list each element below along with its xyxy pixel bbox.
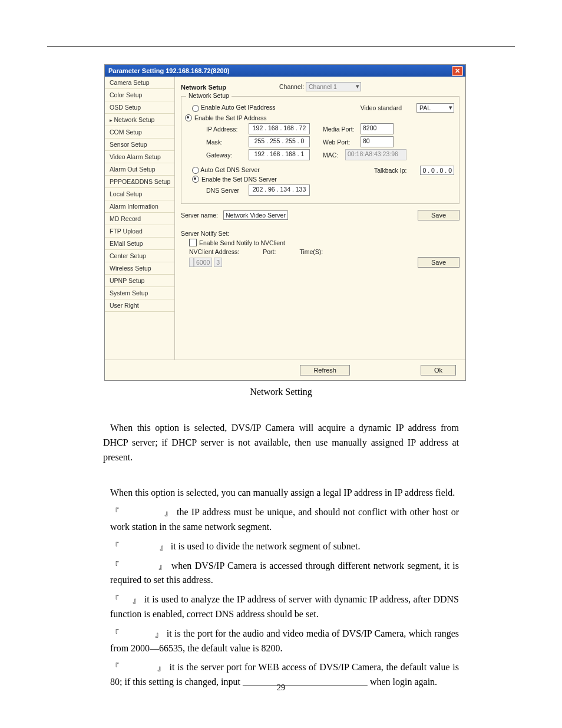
dns-label: DNS Server — [206, 187, 246, 194]
bottom-bar: Refresh Ok — [105, 360, 465, 380]
li-mask: 『 』 it is used to divide the network seg… — [110, 539, 459, 554]
save-server-name-button[interactable]: Save — [418, 210, 459, 220]
paragraph-dhcp: When this option is selected, DVS/IP Cam… — [103, 421, 459, 465]
main-pane: Network Setup Channel: Channel 1 Network… — [175, 77, 465, 360]
radio-set-ip[interactable] — [185, 114, 192, 121]
nvclient-port-input[interactable]: 6000 — [194, 258, 212, 267]
radio-set-dns-label: Enable the Set DNS Server — [201, 176, 277, 183]
enable-notify-label: Enable Send Notify to NVClient — [199, 239, 285, 246]
sidebar-item[interactable]: Camera Setup — [105, 77, 174, 89]
nvclient-times-label: Time(S): — [299, 248, 323, 255]
sidebar-item[interactable]: OSD Setup — [105, 101, 174, 114]
li-gateway: 『 』 when DVS/IP Camera is accessed throu… — [110, 559, 459, 588]
window-title: Parameter Setting 192.168.168.72(8200) — [108, 67, 229, 74]
mac-value: 00:18:A8:43:23:96 — [345, 149, 406, 160]
sidebar-item[interactable]: Wireless Setup — [105, 262, 174, 275]
web-port-input[interactable]: 80 — [361, 136, 394, 147]
sidebar-item[interactable]: PPPOE&DDNS Setup — [105, 176, 174, 188]
top-rule — [47, 46, 515, 47]
server-name-label: Server name: — [181, 212, 218, 219]
sidebar-item[interactable]: MD Record — [105, 213, 174, 225]
sidebar-item[interactable]: User Right — [105, 299, 174, 312]
group-legend: Network Setup — [186, 92, 232, 99]
ok-button[interactable]: Ok — [421, 365, 456, 375]
mask-input[interactable]: 255 . 255 . 255 . 0 — [249, 136, 310, 147]
sidebar-item[interactable]: EMail Setup — [105, 238, 174, 250]
sidebar-item[interactable]: Local Setup — [105, 188, 174, 200]
nvclient-addr-input[interactable] — [189, 258, 194, 267]
gateway-input[interactable]: 192 . 168 . 168 . 1 — [249, 149, 310, 160]
media-port-input[interactable]: 8200 — [361, 123, 394, 134]
sidebar: Camera Setup Color Setup OSD Setup Netwo… — [105, 77, 175, 360]
dns-input[interactable]: 202 . 96 . 134 . 133 — [249, 185, 310, 196]
web-port-label: Web Port: — [323, 139, 358, 146]
refresh-button[interactable]: Refresh — [300, 365, 350, 375]
radio-set-ip-label: Enable the Set IP Address — [194, 114, 266, 121]
radio-auto-ip-label: Enable Auto Get IPaddress — [201, 104, 276, 111]
sidebar-item[interactable]: Alarm Information — [105, 200, 174, 213]
enable-notify-checkbox[interactable] — [189, 239, 197, 246]
radio-auto-ip[interactable] — [192, 105, 199, 112]
media-port-label: Media Port: — [323, 126, 358, 133]
video-std-label: Video standard — [361, 104, 402, 111]
sidebar-item[interactable]: COM Setup — [105, 126, 174, 139]
nvclient-port-label: Port: — [263, 248, 276, 255]
li-ip: 『 』 the IP address must be unique, and s… — [110, 505, 459, 535]
li-dns: 『 』 it is used to analyze the IP address… — [110, 592, 459, 622]
channel-label: Channel: — [279, 83, 304, 90]
sidebar-item-network[interactable]: Network Setup — [105, 114, 174, 126]
nvclient-addr-label: NVClient Address: — [189, 248, 239, 255]
server-name-input[interactable]: Network Video Server — [223, 210, 288, 220]
radio-auto-dns[interactable] — [192, 167, 199, 174]
network-setup-group: Network Setup Enable Auto Get IPaddress … — [181, 96, 459, 204]
nvclient-times-input[interactable]: 3 — [214, 258, 222, 267]
li-media-port: 『 』 it is the port for the audio and vid… — [110, 627, 459, 656]
gateway-label: Gateway: — [206, 151, 246, 159]
sidebar-item[interactable]: UPNP Setup — [105, 275, 174, 287]
parameter-settings-window: Parameter Setting 192.168.168.72(8200) ✕… — [104, 64, 466, 381]
mac-label: MAC: — [323, 151, 343, 159]
page-title: Network Setup — [181, 84, 226, 91]
save-notify-button[interactable]: Save — [418, 257, 459, 268]
sidebar-item[interactable]: Alarm Out Setup — [105, 163, 174, 176]
radio-auto-dns-label: Auto Get DNS Server — [200, 166, 259, 173]
mask-label: Mask: — [206, 139, 246, 146]
sidebar-item[interactable]: Center Setup — [105, 250, 174, 262]
sidebar-item[interactable]: System Setup — [105, 287, 174, 299]
paragraph-manual: When this option is selected, you can ma… — [110, 486, 459, 500]
notify-heading: Server Notify Set: — [181, 230, 459, 237]
sidebar-item[interactable]: Color Setup — [105, 89, 174, 101]
page-number: 29 — [0, 683, 562, 693]
ip-input[interactable]: 192 . 168 . 168 . 72 — [249, 123, 310, 134]
sidebar-item[interactable]: FTP Upload — [105, 225, 174, 238]
sidebar-item[interactable]: Video Alarm Setup — [105, 151, 174, 163]
talkback-label: Talkback Ip: — [374, 167, 406, 174]
radio-set-dns[interactable] — [192, 176, 199, 183]
figure-caption: Network Setting — [103, 387, 459, 397]
video-standard-select[interactable]: PAL — [416, 103, 454, 113]
window-titlebar: Parameter Setting 192.168.168.72(8200) ✕ — [105, 65, 465, 77]
ip-label: IP Address: — [206, 126, 246, 133]
sidebar-item[interactable]: Sensor Setup — [105, 139, 174, 151]
talkback-input[interactable]: 0 . 0 . 0 . 0 — [420, 166, 454, 175]
close-icon[interactable]: ✕ — [452, 66, 463, 76]
channel-select[interactable]: Channel 1 — [306, 82, 361, 91]
